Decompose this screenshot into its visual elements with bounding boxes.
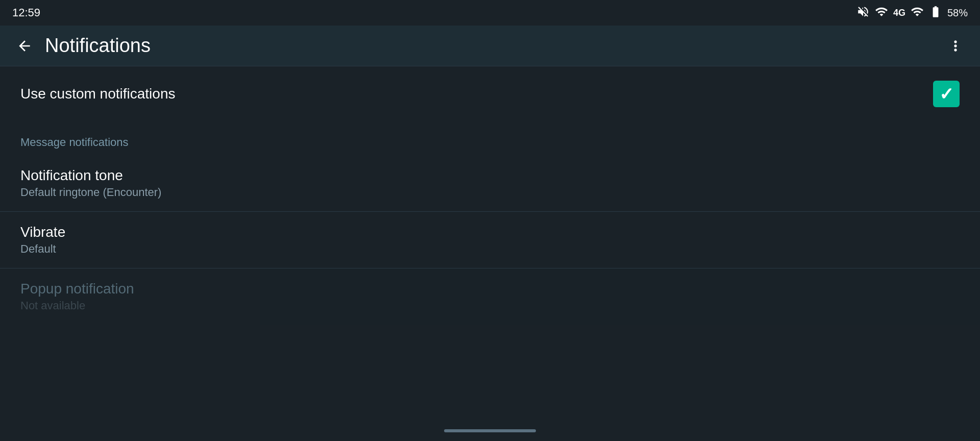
checkmark-icon: ✓ bbox=[939, 85, 953, 103]
notification-tone-subtitle: Default ringtone (Encounter) bbox=[20, 186, 960, 199]
use-custom-notifications-checkbox[interactable]: ✓ bbox=[933, 81, 960, 107]
signal-bars-icon bbox=[911, 5, 924, 21]
status-time: 12:59 bbox=[12, 6, 40, 19]
status-icons: 4G 58% bbox=[856, 5, 968, 21]
back-button[interactable] bbox=[12, 34, 37, 58]
message-notifications-label: Message notifications bbox=[20, 136, 129, 149]
navigation-bar bbox=[0, 421, 980, 441]
message-notifications-section: Message notifications bbox=[0, 121, 980, 155]
vibrate-subtitle: Default bbox=[20, 242, 960, 256]
status-bar: 12:59 4G 58% bbox=[0, 0, 980, 26]
app-bar: Notifications bbox=[0, 26, 980, 66]
settings-content: Use custom notifications ✓ Message notif… bbox=[0, 66, 980, 325]
mute-icon bbox=[856, 5, 870, 21]
popup-notification-title: Popup notification bbox=[20, 281, 960, 297]
vibrate-title: Vibrate bbox=[20, 224, 960, 240]
battery-icon bbox=[929, 5, 942, 21]
notification-tone-title: Notification tone bbox=[20, 167, 960, 184]
nav-handle bbox=[444, 429, 536, 432]
notification-tone-item[interactable]: Notification tone Default ringtone (Enco… bbox=[0, 155, 980, 211]
page-title: Notifications bbox=[45, 35, 943, 57]
popup-notification-subtitle: Not available bbox=[20, 299, 960, 312]
signal-type: 4G bbox=[893, 8, 905, 18]
more-options-button[interactable] bbox=[943, 34, 968, 58]
wifi-icon bbox=[875, 5, 888, 21]
vibrate-item[interactable]: Vibrate Default bbox=[0, 212, 980, 268]
use-custom-notifications-row[interactable]: Use custom notifications ✓ bbox=[0, 66, 980, 121]
use-custom-notifications-label: Use custom notifications bbox=[20, 86, 175, 102]
battery-percent: 58% bbox=[947, 7, 968, 19]
popup-notification-item[interactable]: Popup notification Not available bbox=[0, 268, 980, 325]
